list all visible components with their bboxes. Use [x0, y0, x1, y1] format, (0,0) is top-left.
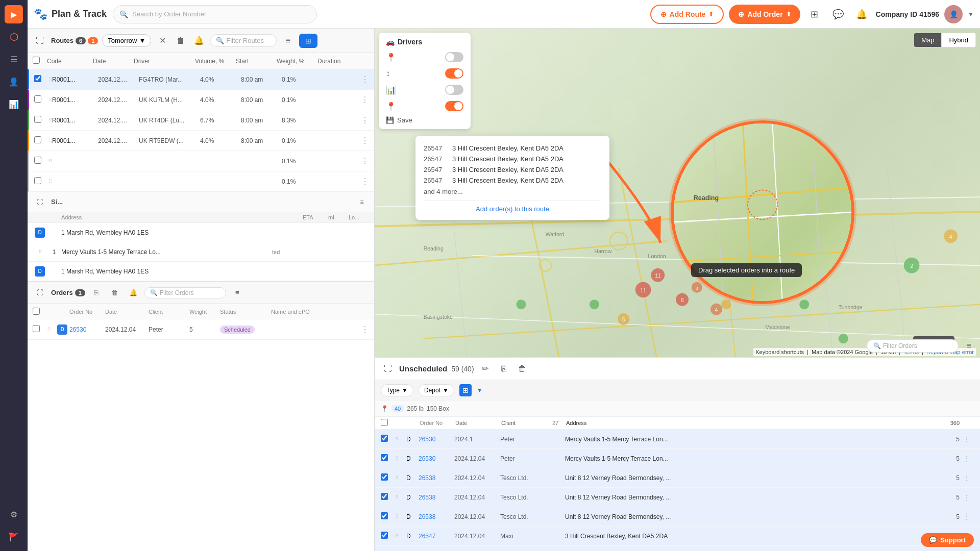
order-0-number[interactable]: 26530	[69, 326, 105, 333]
unsched-4-drag[interactable]: ⠿	[395, 533, 403, 539]
routes-filter-icon[interactable]: ≡	[281, 34, 295, 48]
lock-button[interactable]: Lock	[678, 128, 703, 140]
hybrid-tab-button[interactable]: Hybrid	[942, 33, 975, 47]
unsched-1-order[interactable]: 26538	[419, 474, 435, 482]
route-2-drag[interactable]: ⠿	[48, 117, 52, 123]
unsched-3-order[interactable]: 26538	[419, 513, 435, 520]
route-3-more-icon[interactable]: ⋮	[361, 136, 369, 145]
unsched-3-more[interactable]: ⋮	[960, 513, 974, 520]
filter-routes-input[interactable]: 🔍 Filter Routes	[210, 34, 277, 47]
driver-toggle-switch-0[interactable]	[445, 52, 463, 62]
avatar-chevron[interactable]: ▼	[968, 11, 974, 18]
order-0-more-icon[interactable]: ⋮	[361, 324, 369, 334]
add-route-button[interactable]: ⊕ Add Route ⬆	[650, 5, 724, 24]
stop-1-handle[interactable]: ⠿	[33, 247, 47, 257]
route-5-drag[interactable]: ⠿	[48, 179, 52, 184]
sidebar-icon-gear[interactable]: ⚙	[5, 505, 23, 523]
stops-filter-icon[interactable]: ≡	[355, 195, 369, 209]
unsched-row-partial-order[interactable]: 26530	[419, 436, 435, 443]
select-all-routes-checkbox[interactable]	[33, 57, 40, 64]
unsched-3-drag[interactable]: ⠿	[395, 514, 403, 519]
select-all-orders-checkbox[interactable]	[33, 308, 40, 315]
orders-filter-icon[interactable]: ≡	[230, 286, 244, 300]
chat-icon[interactable]: 💬	[829, 5, 847, 23]
unsched-row-partial-cb[interactable]	[381, 435, 388, 442]
route-5-more-icon[interactable]: ⋮	[361, 177, 369, 186]
date-selector[interactable]: Tomorrow ▼	[102, 34, 151, 47]
clear-icon[interactable]: ✕	[155, 34, 169, 48]
alert-icon[interactable]: 🔔	[192, 34, 206, 48]
driver-toggle-switch-2[interactable]	[445, 85, 463, 95]
driver-toggle-switch-3[interactable]	[445, 101, 463, 111]
route-4-more-icon[interactable]: ⋮	[361, 156, 369, 166]
unsched-2-order[interactable]: 26538	[419, 494, 435, 501]
driver-toggle-switch-1[interactable]	[445, 68, 463, 79]
unsched-0-more[interactable]: ⋮	[960, 455, 974, 462]
unsched-row-partial-more[interactable]: ⋮	[960, 436, 974, 443]
unsched-3-cb[interactable]	[381, 512, 388, 519]
route-4-checkbox[interactable]	[34, 157, 41, 164]
add-order-button[interactable]: ⊕ Add Order ⬆	[729, 5, 800, 24]
support-button[interactable]: 💬 Support	[921, 533, 974, 547]
unsched-2-cb[interactable]	[381, 493, 388, 500]
route-4-drag[interactable]: ⠿	[48, 158, 52, 164]
route-0-more-icon[interactable]: ⋮	[361, 74, 369, 84]
search-box[interactable]: 🔍 Search by Order Number	[113, 5, 317, 23]
grid-icon[interactable]: ⊞	[805, 5, 824, 23]
route-row-5[interactable]: ⠿ 0.1% ⋮	[28, 171, 374, 192]
select-all-unsched-checkbox[interactable]	[381, 419, 388, 426]
unscheduled-copy-icon[interactable]: ⎘	[497, 362, 511, 376]
sidebar-icon-expand[interactable]: ▶	[5, 5, 23, 23]
route-0-drag[interactable]: ⠿	[48, 77, 52, 82]
tooltip-action-button[interactable]: Add order(s) to this route	[424, 201, 601, 213]
route-1-more-icon[interactable]: ⋮	[361, 95, 369, 105]
route-2-more-icon[interactable]: ⋮	[361, 115, 369, 125]
unscheduled-edit-icon[interactable]: ✏	[478, 362, 493, 376]
route-0-checkbox[interactable]	[34, 75, 41, 82]
route-3-drag[interactable]: ⠿	[48, 138, 52, 143]
orders-copy-icon[interactable]: ⎘	[89, 286, 104, 300]
orders-alert-icon[interactable]: 🔔	[126, 286, 140, 300]
unsched-0-order[interactable]: 26530	[419, 455, 435, 462]
map-save-button[interactable]: 💾 Save	[386, 116, 463, 124]
sidebar-icon-person[interactable]: 👤	[5, 72, 23, 91]
routes-expand-icon[interactable]: ⛶	[33, 34, 47, 48]
unsched-1-drag[interactable]: ⠿	[395, 475, 403, 481]
unsched-4-order[interactable]: 26547	[419, 533, 435, 540]
route-5-checkbox[interactable]	[34, 177, 41, 184]
view-toggle-button[interactable]: ⊞	[299, 34, 317, 48]
user-avatar[interactable]: 👤	[944, 5, 963, 23]
filter-orders-input[interactable]: 🔍 Filter Orders	[144, 287, 226, 298]
route-1-drag[interactable]: ⠿	[48, 97, 52, 103]
route-3-checkbox[interactable]	[34, 136, 41, 143]
unsched-2-drag[interactable]: ⠿	[395, 494, 403, 500]
map-tab-button[interactable]: Map	[914, 33, 942, 47]
unsched-4-cb[interactable]	[381, 532, 388, 539]
order-0-drag[interactable]: ⠿	[47, 327, 57, 332]
bell-icon[interactable]: 🔔	[852, 5, 871, 23]
route-row-1[interactable]: ⠿ R0001... 2024.12.... UK KU7LM (H... 4.…	[28, 90, 374, 110]
unsched-view-icon[interactable]: ⊞	[459, 384, 472, 396]
sidebar-icon-chart[interactable]: 📊	[5, 95, 23, 113]
filter-orders-filter-icon[interactable]: ≡	[962, 339, 976, 353]
unsched-row-partial-drag[interactable]: ⠿	[395, 436, 403, 442]
order-0-checkbox[interactable]	[33, 325, 40, 332]
route-row-3[interactable]: ⠿ R0001... 2024.12.... UK RT5EDW (... 4.…	[28, 131, 374, 151]
unsched-0-cb[interactable]	[381, 454, 388, 461]
type-select[interactable]: Type ▼	[381, 384, 413, 396]
route-2-checkbox[interactable]	[34, 116, 41, 123]
sidebar-icon-list[interactable]: ☰	[5, 50, 23, 68]
route-row-4[interactable]: ⠿ 0.1% ⋮	[28, 151, 374, 171]
route-1-checkbox[interactable]	[34, 95, 41, 103]
filter-orders-map-input[interactable]: 🔍 Filter Orders	[867, 339, 959, 353]
sidebar-icon-flag[interactable]: 🚩	[5, 528, 23, 546]
unsched-2-more[interactable]: ⋮	[960, 494, 974, 501]
route-row-2[interactable]: ⠿ R0001... 2024.12.... UK RT4DF (Lu... 6…	[28, 110, 374, 131]
stops-expand-icon[interactable]: ⛶	[33, 195, 47, 209]
orders-delete-icon[interactable]: 🗑	[108, 286, 122, 300]
depot-select[interactable]: Depot ▼	[419, 384, 454, 396]
route-row-0[interactable]: ⠿ R0001... 2024.12.... FG4TRO (Mar... 4.…	[28, 69, 374, 90]
unsched-1-more[interactable]: ⋮	[960, 474, 974, 482]
orders-expand-icon[interactable]: ⛶	[33, 286, 47, 300]
unsched-0-drag[interactable]: ⠿	[395, 456, 403, 461]
